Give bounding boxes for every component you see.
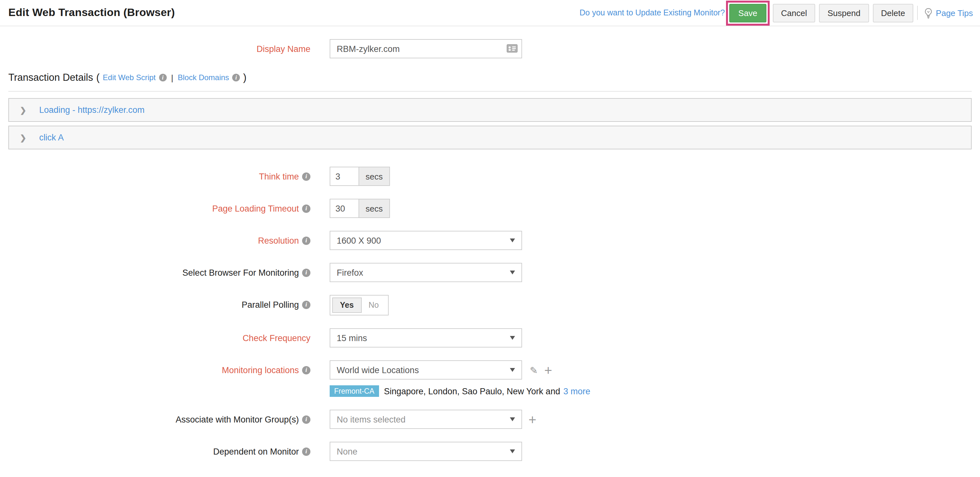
transaction-details-heading: Transaction Details ( Edit Web Script | …	[8, 72, 980, 83]
browser-select[interactable]: Firefox	[330, 263, 522, 282]
lightbulb-icon	[924, 7, 932, 18]
monitoring-locations-info-icon[interactable]	[302, 366, 310, 374]
think-time-unit: secs	[358, 167, 390, 186]
caret-down-icon	[510, 450, 515, 453]
edit-web-script-link[interactable]: Edit Web Script	[103, 73, 156, 82]
browser-label: Select Browser For Monitoring	[183, 268, 299, 277]
browser-row: Select Browser For Monitoring Firefox	[8, 263, 980, 282]
step-row-click-a[interactable]: click A	[8, 126, 972, 149]
caret-down-icon	[510, 238, 515, 242]
parallel-polling-info-icon[interactable]	[302, 301, 310, 309]
section-title: Transaction Details	[8, 72, 93, 83]
more-locations-link[interactable]: 3 more	[563, 386, 590, 396]
monitoring-locations-select[interactable]: World wide Locations	[330, 360, 522, 380]
page-tips-label: Page Tips	[936, 8, 973, 17]
monitor-groups-select[interactable]: No items selected	[330, 410, 522, 429]
save-button[interactable]: Save	[729, 3, 766, 22]
location-tag: Fremont-CA	[330, 385, 379, 397]
think-time-row: Think time secs	[8, 167, 980, 186]
check-frequency-label: Check Frequency	[242, 333, 310, 343]
paren-open: (	[96, 72, 99, 83]
topbar-actions: Do you want to Update Existing Monitor? …	[579, 0, 973, 25]
caret-down-icon	[510, 270, 515, 274]
parallel-polling-label: Parallel Polling	[242, 300, 299, 309]
add-monitor-group-icon[interactable]	[528, 413, 536, 426]
form-fields: Think time secs Page Loading Timeout	[8, 167, 980, 461]
monitor-groups-info-icon[interactable]	[302, 415, 310, 423]
transaction-steps: Loading - https://zylker.com click A	[8, 98, 980, 149]
suspend-button[interactable]: Suspend	[819, 3, 869, 22]
monitor-groups-label: Associate with Monitor Group(s)	[176, 415, 299, 424]
step-label: click A	[39, 133, 64, 142]
caret-down-icon	[510, 417, 515, 421]
display-name-input-cell	[330, 39, 522, 58]
save-button-highlight: Save	[726, 0, 769, 25]
think-time-label: Think time	[259, 172, 299, 181]
links-separator: |	[171, 73, 173, 83]
monitoring-locations-row: Monitoring locations World wide Location…	[8, 360, 980, 397]
update-existing-monitor-link[interactable]: Do you want to Update Existing Monitor?	[579, 8, 725, 17]
page-loading-timeout-row: Page Loading Timeout secs	[8, 199, 980, 218]
page-tips-link[interactable]: Page Tips	[924, 7, 973, 18]
topbar-divider	[917, 6, 918, 20]
form-content: Display Name	[0, 39, 980, 461]
section-divider	[8, 91, 972, 92]
parallel-polling-row: Parallel Polling Yes No	[8, 295, 980, 315]
topbar: Edit Web Transaction (Browser) Do you wa…	[0, 0, 980, 26]
dependent-monitor-info-icon[interactable]	[302, 447, 310, 456]
block-domains-info-icon[interactable]	[232, 74, 240, 81]
dependent-monitor-value: None	[337, 447, 358, 456]
browser-value: Firefox	[337, 268, 363, 277]
edit-web-script-info-icon[interactable]	[159, 74, 167, 81]
display-name-row: Display Name	[8, 39, 980, 58]
check-frequency-value: 15 mins	[337, 333, 367, 343]
page-loading-timeout-label: Page Loading Timeout	[212, 204, 299, 213]
caret-down-icon	[510, 368, 515, 372]
dependent-monitor-label: Dependent on Monitor	[213, 447, 299, 456]
display-name-label-cell: Display Name	[8, 39, 310, 58]
cancel-button[interactable]: Cancel	[773, 3, 816, 22]
monitoring-locations-value: World wide Locations	[337, 365, 419, 375]
think-time-info-icon[interactable]	[302, 172, 310, 180]
check-frequency-select[interactable]: 15 mins	[330, 328, 522, 348]
think-time-input[interactable]	[330, 167, 359, 186]
monitor-groups-row: Associate with Monitor Group(s) No items…	[8, 410, 980, 429]
add-location-profile-icon[interactable]	[544, 363, 552, 377]
parallel-polling-yes-option[interactable]: Yes	[332, 297, 361, 313]
delete-button[interactable]: Delete	[873, 3, 913, 22]
parallel-polling-no-option[interactable]: No	[361, 298, 386, 312]
browser-info-icon[interactable]	[302, 268, 310, 277]
caret-down-icon	[510, 336, 515, 340]
block-domains-link[interactable]: Block Domains	[178, 73, 229, 82]
resolution-select[interactable]: 1600 X 900	[330, 231, 522, 250]
parallel-polling-toggle: Yes No	[330, 295, 388, 315]
edit-locations-pencil-icon[interactable]	[530, 365, 538, 375]
page-loading-timeout-input[interactable]	[330, 199, 359, 218]
selected-locations-line: Fremont-CA Singapore, London, Sao Paulo,…	[330, 385, 590, 397]
contact-card-icon[interactable]	[507, 44, 517, 52]
paren-close: )	[243, 72, 246, 83]
page-loading-timeout-unit: secs	[358, 199, 390, 218]
dependent-monitor-row: Dependent on Monitor None	[8, 442, 980, 461]
check-frequency-row: Check Frequency 15 mins	[8, 328, 980, 348]
display-name-label: Display Name	[256, 44, 310, 54]
page-loading-timeout-info-icon[interactable]	[302, 204, 310, 213]
display-name-input[interactable]	[330, 39, 522, 58]
chevron-right-icon	[20, 133, 26, 142]
resolution-label: Resolution	[258, 235, 299, 245]
page-title: Edit Web Transaction (Browser)	[8, 6, 175, 19]
monitoring-locations-label: Monitoring locations	[222, 365, 299, 375]
page: Edit Web Transaction (Browser) Do you wa…	[0, 0, 980, 477]
step-row-loading[interactable]: Loading - https://zylker.com	[8, 98, 972, 122]
resolution-value: 1600 X 900	[337, 235, 381, 245]
resolution-info-icon[interactable]	[302, 236, 310, 245]
chevron-right-icon	[20, 105, 26, 114]
step-label: Loading - https://zylker.com	[39, 105, 145, 115]
dependent-monitor-select[interactable]: None	[330, 442, 522, 461]
locations-summary: Singapore, London, Sao Paulo, New York a…	[384, 386, 560, 396]
monitor-groups-value: No items selected	[337, 415, 406, 424]
resolution-row: Resolution 1600 X 900	[8, 231, 980, 250]
